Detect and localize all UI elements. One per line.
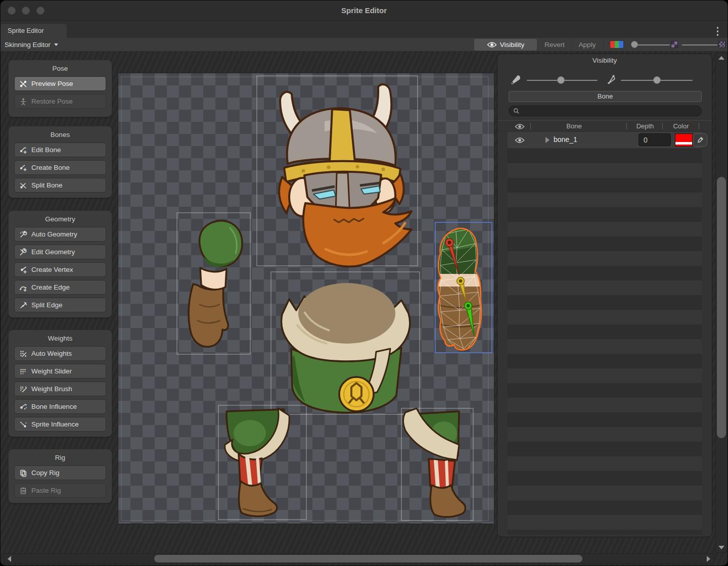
tab-sprite-editor[interactable]: Sprite Editor xyxy=(1,24,67,38)
edit-bone-icon xyxy=(19,146,27,154)
scroll-up-icon[interactable] xyxy=(718,56,724,60)
search-icon xyxy=(513,108,520,114)
vertical-scrollbar-thumb[interactable] xyxy=(717,177,726,438)
bone-opacity-icon xyxy=(509,74,521,86)
bone-tab-button[interactable]: Bone xyxy=(509,91,702,102)
split-bone-button[interactable]: Split Bone xyxy=(14,178,106,193)
section-title: Geometry xyxy=(14,215,106,223)
scroll-down-icon[interactable] xyxy=(718,546,724,549)
edit-bone-button[interactable]: Edit Bone xyxy=(14,143,106,157)
zoom-slider[interactable] xyxy=(682,44,717,45)
head-sprite[interactable] xyxy=(279,84,412,266)
copy-rig-button[interactable]: Copy Rig xyxy=(14,465,106,480)
scroll-right-icon[interactable] xyxy=(707,556,710,562)
alpha-slider-thumb[interactable] xyxy=(631,41,638,48)
alpha-small-icon xyxy=(671,41,678,48)
paste-rig-button[interactable]: Paste Rig xyxy=(14,483,106,498)
depth-input[interactable] xyxy=(639,133,671,146)
table-header: Bone Depth Color xyxy=(497,120,712,131)
sprite-influence-button[interactable]: Sprite Influence xyxy=(14,417,106,432)
auto-geometry-icon xyxy=(19,230,27,239)
column-color: Color xyxy=(664,122,698,130)
create-vertex-icon xyxy=(19,266,27,274)
bone-influence-button[interactable]: Bone Influence xyxy=(14,399,106,414)
alpha-large-icon xyxy=(718,41,725,48)
section-title: Weights xyxy=(14,335,106,342)
scroll-left-icon[interactable] xyxy=(8,556,11,562)
revert-button[interactable]: Revert xyxy=(539,39,570,51)
weight-slider-button[interactable]: Weight Slider xyxy=(14,364,106,379)
edit-geometry-button[interactable]: Edit Geometry xyxy=(14,245,106,259)
paste-rig-icon xyxy=(19,487,27,495)
search-input[interactable] xyxy=(520,107,697,115)
eye-icon xyxy=(487,41,497,48)
sprite-influence-icon xyxy=(19,420,27,429)
tab-strip: Sprite Editor xyxy=(1,21,727,38)
window-title: Sprite Editor xyxy=(1,1,727,21)
chevron-down-icon xyxy=(54,43,58,46)
sprite-sheet xyxy=(118,73,495,525)
create-edge-icon xyxy=(19,284,27,292)
auto-weights-button[interactable]: Auto Weights xyxy=(14,346,106,361)
preview-pose-button[interactable]: Preview Pose xyxy=(14,76,106,91)
mesh-opacity-slider-thumb[interactable] xyxy=(653,76,661,84)
horizontal-scrollbar[interactable] xyxy=(4,553,714,564)
disclosure-triangle-icon[interactable] xyxy=(545,137,550,143)
pose-section: Pose Preview Pose Restore Pose xyxy=(8,60,112,117)
geometry-section: Geometry Auto Geometry Edit Geometry Cre… xyxy=(8,210,112,318)
column-depth: Depth xyxy=(628,122,662,130)
section-title: Pose xyxy=(14,65,106,72)
title-bar: Sprite Editor xyxy=(1,1,727,21)
weight-slider-icon xyxy=(19,367,27,375)
bone-opacity-slider-thumb[interactable] xyxy=(557,76,565,84)
kebab-menu-icon[interactable] xyxy=(717,27,719,36)
restore-pose-button[interactable]: Restore Pose xyxy=(14,94,106,109)
sprite-editor-window: Sprite Editor Sprite Editor Skinning Edi… xyxy=(0,0,728,566)
weight-brush-icon xyxy=(19,385,27,393)
vertical-scrollbar[interactable] xyxy=(715,53,727,553)
bone-name: bone_1 xyxy=(554,135,577,144)
weights-section: Weights Auto Weights Weight Slider Weigh… xyxy=(8,329,112,437)
copy-rig-icon xyxy=(19,469,27,477)
eyedropper-button[interactable] xyxy=(693,133,707,147)
split-edge-button[interactable]: Split Edge xyxy=(14,298,106,312)
row-visibility-eye-icon[interactable] xyxy=(515,137,525,144)
visibility-column-eye-icon[interactable] xyxy=(515,123,525,130)
mesh-opacity-icon xyxy=(606,74,617,85)
bone-color-swatch[interactable] xyxy=(675,133,693,147)
left-leg-sprite[interactable] xyxy=(225,408,290,516)
search-field[interactable] xyxy=(509,106,702,116)
create-vertex-button[interactable]: Create Vertex xyxy=(14,262,106,277)
sprite-canvas[interactable] xyxy=(118,73,494,524)
section-title: Bones xyxy=(14,131,106,138)
create-bone-button[interactable]: Create Bone xyxy=(14,160,106,175)
split-edge-icon xyxy=(19,301,27,309)
horizontal-scrollbar-thumb[interactable] xyxy=(154,555,582,562)
bone-influence-icon xyxy=(19,403,27,411)
mitten-arm-sprite[interactable] xyxy=(189,221,242,347)
bone-row[interactable]: bone_1 xyxy=(508,132,702,148)
screen: Sprite Editor Sprite Editor Skinning Edi… xyxy=(0,0,728,566)
section-title: Rig xyxy=(14,454,106,461)
selected-arm-sprite[interactable] xyxy=(433,226,494,352)
apply-button[interactable]: Apply xyxy=(573,39,601,51)
alpha-slider[interactable] xyxy=(634,44,670,45)
editor-mode-dropdown[interactable]: Skinning Editor xyxy=(5,38,58,52)
color-channels-button[interactable] xyxy=(610,40,624,49)
visibility-toggle-button[interactable]: Visibility xyxy=(474,39,537,51)
torso-sprite[interactable] xyxy=(282,283,410,412)
bones-section: Bones Edit Bone Create Bone Split Bone xyxy=(8,126,112,198)
split-bone-icon xyxy=(19,181,27,190)
restore-pose-icon xyxy=(19,98,27,106)
column-bone: Bone xyxy=(532,122,616,130)
visibility-panel-title: Visibility xyxy=(497,57,712,64)
weight-brush-button[interactable]: Weight Brush xyxy=(14,382,106,396)
edit-geometry-icon xyxy=(19,248,27,256)
create-edge-button[interactable]: Create Edge xyxy=(14,280,106,295)
auto-geometry-button[interactable]: Auto Geometry xyxy=(14,227,106,242)
bone-list-rows xyxy=(508,149,702,535)
auto-weights-icon xyxy=(19,350,27,358)
right-leg-sprite[interactable] xyxy=(403,408,466,517)
rig-section: Rig Copy Rig Paste Rig xyxy=(8,449,112,503)
preview-pose-icon xyxy=(19,80,27,88)
